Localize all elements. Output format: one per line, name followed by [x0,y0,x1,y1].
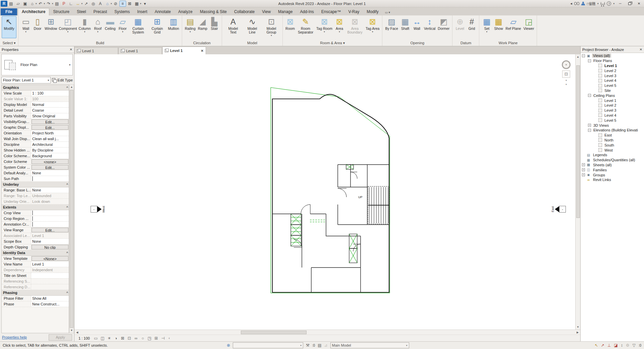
dropdown-icon[interactable]: ▾ [111,2,112,5]
show-crop-region-icon[interactable]: ⊠ [120,336,126,341]
worksharing-display-icon[interactable]: ◳ [147,336,153,341]
property-checkbox[interactable] [32,176,33,181]
editable-only-icon[interactable]: ⚒ [306,343,310,348]
close-button[interactable]: ✕ [635,1,643,6]
ribbon-button-viewer[interactable]: ◲Viewer [522,16,535,31]
drawing-area[interactable]: UP - West East - ⊡ ▾ ▾ [74,54,575,330]
qat-modify-arrow-button[interactable]: ↗ [83,1,90,7]
tree-item-schedules-quantities-all[interactable]: ▦Schedules/Quantities (all) [581,158,644,163]
tree-expand-icon[interactable]: − [588,94,591,97]
tree-item-level-1[interactable]: Level 1 [581,63,644,68]
tab-enscape[interactable]: Enscape™ [318,8,345,15]
qat-properties-button[interactable]: ▤ [8,1,14,7]
ribbon-button-curtain-grid[interactable]: ⊞Curtain Grid [148,16,167,35]
scroll-up-icon[interactable]: ▲ [70,85,73,90]
navbar-collapse-icon[interactable]: ▾ [566,83,567,86]
tree-item-level-4[interactable]: Level 4 [581,113,644,118]
property-value[interactable]: 1 : 100 [31,91,69,96]
ribbon-button-wall[interactable]: ↔Wall [411,16,423,31]
ribbon-button-model-text[interactable]: AModel Text [224,16,243,35]
collapse-chevron-icon[interactable]: ^ [66,86,67,89]
username[interactable]: □읠翹 [587,1,595,6]
qat-open-button[interactable]: ▱ [15,1,21,7]
tree-item-sheets-all[interactable]: +▩Sheets (all) [581,163,644,168]
scrollbar-thumb[interactable] [70,90,73,328]
minimize-button[interactable]: ─ [616,1,624,6]
tree-item-level-2[interactable]: Level 2 [581,103,644,108]
property-value[interactable]: No clip [32,245,68,249]
dropdown-icon[interactable]: ▾ [82,2,83,5]
qat-undo-button[interactable]: ↶ [37,1,44,7]
tab-precast[interactable]: Precast [90,8,111,15]
tree-expand-icon[interactable]: − [588,59,591,62]
qat-close-inactive-views-button[interactable]: ⊠ [126,1,133,7]
tree-item-west[interactable]: West [581,148,644,153]
tree-item-elevations-building-elevati[interactable]: −Elevations (Building Elevati [581,128,644,133]
ribbon-button-floor[interactable]: ▱Floor▾ [117,16,128,34]
ribbon-button-roof[interactable]: ⌂Roof▾ [92,16,104,34]
property-value[interactable]: Background [31,153,69,159]
view-tab-1[interactable]: Level 1 [74,47,118,54]
temporary-view-properties-icon[interactable]: ⊞ [153,336,159,341]
property-value[interactable]: None [31,239,69,244]
dropdown-icon[interactable]: ▾ [372,31,373,33]
dropdown-icon[interactable]: ▾ [84,31,86,33]
elevation-marker-box[interactable]: - [559,206,566,213]
tab-modify[interactable]: Modify [363,8,382,15]
dropdown-icon[interactable]: ▾ [97,31,99,33]
collapse-chevron-icon[interactable]: ^ [66,183,67,186]
reveal-hidden-elements-icon[interactable]: ○ [140,336,146,341]
tab-v-ray[interactable]: V-Ray [345,8,363,15]
property-group-graphics[interactable]: Graphics^ [2,85,69,91]
property-value[interactable]: Show All [31,296,69,301]
property-checkbox[interactable] [32,216,33,221]
scroll-left-icon[interactable]: ◀ [74,331,80,334]
tree-item-groups[interactable]: +◙Groups [581,172,644,177]
property-value[interactable]: Normal [31,102,69,107]
dropdown-icon[interactable]: ▾ [36,2,37,5]
search-icon[interactable] [574,2,579,5]
scroll-up-icon[interactable]: ▲ [577,54,579,59]
navbar-dropdown-icon[interactable]: ▾ [566,79,567,82]
detail-level-icon[interactable]: ▭ [93,336,99,341]
property-checkbox[interactable] [32,211,33,215]
qat-customize-qat-button[interactable]: ▾ [142,1,148,7]
property-value[interactable]: None [31,187,69,193]
tree-item-families[interactable]: +◫Families [581,167,644,172]
tab-file[interactable]: File [1,8,17,15]
tree-expand-icon[interactable]: + [582,163,585,166]
qat-home-button[interactable]: ⌂ [29,1,36,7]
dropdown-icon[interactable]: ▾ [25,31,26,33]
tab-view[interactable]: View [258,8,274,15]
crop-view-icon[interactable]: ⊡ [126,336,132,341]
tree-item-east[interactable]: East [581,133,644,138]
tree-item-level-4[interactable]: Level 4 [581,78,644,83]
qat-print-button[interactable]: ▤ [54,1,60,7]
property-value[interactable]: Edit... [32,119,68,124]
active-design-option-select[interactable]: Main Model▾ [330,342,409,348]
ribbon-button-show[interactable]: ▦Show [493,16,504,31]
type-dropdown-icon[interactable]: ▾ [69,63,70,66]
type-selector-dropdown-icon[interactable]: ▾ [48,79,49,82]
app-store-cart-icon[interactable] [600,2,605,5]
collapse-chevron-icon[interactable]: ^ [66,251,67,254]
tree-item-level-3[interactable]: Level 3 [581,108,644,113]
active-workset-select[interactable]: ▾ [233,342,303,348]
elevation-marker-east[interactable]: East - [551,206,566,213]
ribbon-button-by-face[interactable]: ▨By Face [384,16,399,31]
tab-steel[interactable]: Steel [73,8,90,15]
qat-text-button[interactable]: A [97,1,104,7]
project-browser-close-icon[interactable]: ✕ [640,48,642,51]
dropdown-icon[interactable]: ▾ [486,31,488,33]
select-pinned-elements-toggle-icon[interactable]: ⊥ [607,343,611,348]
tab-annotate[interactable]: Annotate [151,8,174,15]
apply-button[interactable]: Apply [49,334,72,341]
ribbon-button-column[interactable]: ▮Column▾ [77,16,92,34]
design-options-dialog-icon[interactable]: ▤ [318,343,321,348]
tree-expand-icon[interactable]: − [582,54,585,57]
filter-icon[interactable]: ▽ [632,343,635,348]
tab-systems[interactable]: Systems [111,8,133,15]
tab-structure[interactable]: Structure [49,8,73,15]
tab-add-ins[interactable]: Add-Ins [296,8,317,15]
select-links-toggle-icon[interactable]: ↖ [595,343,598,348]
